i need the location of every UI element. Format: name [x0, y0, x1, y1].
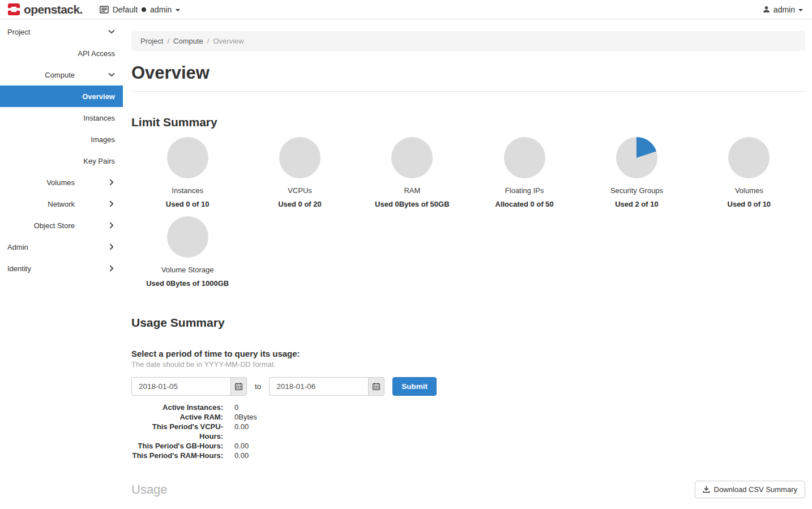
domain-icon: [100, 6, 109, 14]
quota-ram: RAM Used 0Bytes of 50GB: [356, 137, 468, 208]
user-icon: [763, 6, 770, 13]
usage-stats: Active Instances: 0 Active RAM: 0Bytes T…: [131, 403, 805, 460]
submit-button[interactable]: Submit: [392, 377, 437, 396]
breadcrumb-separator: /: [207, 37, 210, 45]
sidebar-item-label: API Access: [78, 49, 115, 58]
quota-grid: Instances Used 0 of 10 VCPUs Used 0 of 2…: [131, 137, 805, 288]
stat-label: This Period's GB-Hours:: [131, 441, 223, 451]
quota-name: Volumes: [735, 186, 763, 195]
calendar-icon: [235, 383, 242, 390]
date-to-group: [269, 377, 384, 396]
stat-row-ram-hours: This Period's RAM-Hours: 0.00: [131, 451, 805, 460]
date-range-form: to Submit: [131, 377, 805, 396]
download-icon: [703, 486, 710, 493]
quota-usage: Used 0Bytes of 50GB: [375, 200, 450, 208]
sidebar-item-identity[interactable]: Identity: [0, 258, 123, 279]
quota-pie-chart: [167, 137, 208, 178]
page-title: Overview: [131, 63, 805, 83]
breadcrumb-project[interactable]: Project: [140, 37, 163, 45]
stat-label: Active Instances:: [131, 403, 223, 412]
quota-volume-storage: Volume Storage Used 0Bytes of 1000GB: [131, 216, 243, 288]
stat-label: Active RAM:: [131, 412, 223, 422]
quota-usage: Allocated 0 of 50: [495, 200, 554, 208]
context-switcher[interactable]: Default admin: [100, 5, 181, 14]
stat-row-active-ram: Active RAM: 0Bytes: [131, 412, 805, 422]
date-from-input[interactable]: [131, 377, 230, 396]
calendar-icon: [373, 383, 380, 390]
date-to-input[interactable]: [269, 377, 368, 396]
download-csv-button[interactable]: Download CSV Summary: [695, 481, 805, 498]
sidebar-item-label: Key Pairs: [83, 157, 115, 165]
quota-security-groups: Security Groups Used 2 of 10: [580, 137, 693, 208]
sidebar-item-object-store[interactable]: Object Store: [0, 215, 123, 236]
chevron-right-icon: [108, 243, 116, 251]
usage-summary-title: Usage Summary: [131, 316, 805, 330]
chevron-right-icon: [108, 178, 116, 186]
openstack-brand[interactable]: openstack.: [7, 3, 83, 16]
usage-table-header: Usage Download CSV Summary: [131, 481, 805, 498]
sidebar-item-volumes[interactable]: Volumes: [0, 172, 123, 193]
quota-pie-chart: [504, 137, 545, 178]
date-from-group: [131, 377, 247, 396]
date-from-calendar-button[interactable]: [230, 377, 247, 396]
quota-floating-ips: Floating IPs Allocated 0 of 50: [468, 137, 580, 208]
quota-pie-chart: [391, 137, 433, 178]
stat-row-vcpu-hours: This Period's VCPU-Hours: 0.00: [131, 422, 805, 441]
caret-down-icon: [176, 9, 180, 11]
chevron-right-icon: [108, 200, 116, 208]
user-menu[interactable]: admin: [763, 5, 803, 14]
quota-usage: Used 0 of 20: [278, 200, 322, 208]
sidebar-item-api-access[interactable]: API Access: [0, 42, 123, 64]
quota-usage: Used 0 of 10: [728, 200, 771, 208]
sidebar-item-images[interactable]: Images: [0, 129, 123, 150]
quota-instances: Instances Used 0 of 10: [131, 137, 243, 208]
main-content: Project/Compute/Overview Overview Limit …: [123, 19, 812, 509]
quota-name: Security Groups: [610, 186, 663, 195]
limit-summary-title: Limit Summary: [131, 116, 805, 129]
sidebar: Project API Access Compute Overview Inst…: [0, 19, 123, 279]
chevron-right-icon: [108, 264, 116, 272]
quota-pie-chart: [279, 137, 320, 178]
top-bar: openstack. Default admin admin: [0, 0, 812, 19]
breadcrumb-separator: /: [167, 37, 169, 45]
quota-pie-chart: [616, 137, 657, 178]
sidebar-item-overview[interactable]: Overview: [0, 85, 123, 107]
quota-name: Instances: [172, 186, 203, 195]
stat-value: 0.00: [234, 441, 249, 451]
sidebar-item-instances[interactable]: Instances: [0, 107, 123, 129]
sidebar-item-project[interactable]: Project: [0, 21, 123, 42]
chevron-down-icon: [108, 28, 116, 36]
quota-name: Volume Storage: [161, 266, 214, 274]
download-csv-label: Download CSV Summary: [714, 485, 797, 494]
context-project-label: admin: [150, 5, 172, 14]
date-to-calendar-button[interactable]: [368, 377, 384, 396]
stat-label: This Period's VCPU-Hours:: [131, 422, 223, 441]
sidebar-item-label: Overview: [82, 92, 115, 101]
quota-usage: Used 0 of 10: [166, 200, 210, 208]
quota-usage: Used 0Bytes of 1000GB: [146, 279, 229, 288]
stat-value: 0Bytes: [234, 412, 257, 422]
stat-value: 0: [234, 403, 238, 412]
sidebar-item-label: Volumes: [46, 178, 75, 187]
sidebar-item-admin[interactable]: Admin: [0, 236, 123, 258]
sidebar-item-compute[interactable]: Compute: [0, 64, 123, 85]
quota-pie-chart: [167, 216, 208, 258]
sidebar-item-label: Images: [91, 135, 115, 144]
caret-down-icon: [798, 9, 803, 11]
sidebar-item-label: Instances: [83, 114, 115, 122]
openstack-logo-icon: [7, 3, 20, 16]
breadcrumb-compute[interactable]: Compute: [173, 37, 203, 45]
stat-value: 0.00: [234, 451, 249, 460]
sidebar-item-network[interactable]: Network: [0, 193, 123, 215]
sidebar-item-label: Identity: [7, 264, 31, 273]
stat-value: 0.00: [234, 422, 249, 441]
user-menu-label: admin: [773, 5, 795, 14]
quota-name: VCPUs: [288, 186, 312, 195]
to-label: to: [255, 382, 261, 391]
quota-vcpus: VCPUs Used 0 of 20: [243, 137, 356, 208]
period-form-hint: The date should be in YYYY-MM-DD format.: [131, 360, 805, 369]
sidebar-item-key-pairs[interactable]: Key Pairs: [0, 150, 123, 172]
stat-label: This Period's RAM-Hours:: [131, 451, 223, 460]
sidebar-item-label: Project: [7, 28, 30, 36]
brand-wordmark: openstack.: [24, 3, 83, 16]
